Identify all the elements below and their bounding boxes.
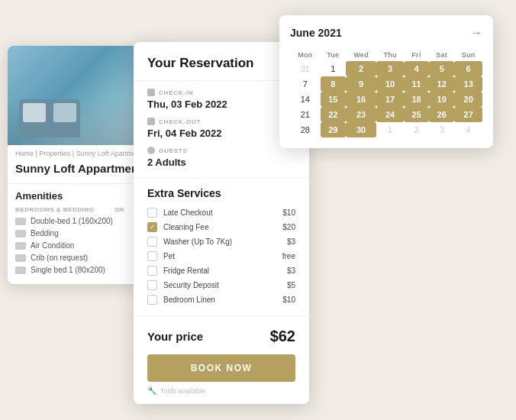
calendar-week-row: 21222324252627 bbox=[290, 107, 482, 122]
calendar-day-cell[interactable]: 30 bbox=[346, 122, 376, 137]
calendar-day-cell[interactable]: 8 bbox=[321, 76, 346, 92]
calendar-day-cell[interactable]: 3 bbox=[376, 61, 404, 76]
calendar-day-cell[interactable]: 7 bbox=[290, 76, 321, 92]
calendar-day-header: Tue bbox=[321, 49, 346, 61]
calendar-icon bbox=[147, 118, 155, 125]
tools-text: Tools available bbox=[160, 387, 205, 395]
service-checkbox[interactable] bbox=[147, 222, 157, 232]
calendar-week-row: 31123456 bbox=[290, 61, 482, 76]
service-name: Security Deposit bbox=[163, 281, 281, 289]
calendar-day-cell[interactable]: 20 bbox=[454, 92, 482, 107]
calendar-day-header: Wed bbox=[346, 49, 376, 61]
calendar-day-cell[interactable]: 13 bbox=[454, 76, 482, 92]
crib-icon bbox=[15, 254, 26, 262]
calendar-day-cell[interactable]: 23 bbox=[346, 107, 376, 122]
calendar-day-cell[interactable]: 24 bbox=[376, 107, 404, 122]
single-bed-icon bbox=[15, 267, 26, 274]
bedding-icon bbox=[15, 230, 26, 237]
calendar-day-header: Sat bbox=[429, 49, 454, 61]
calendar-day-cell[interactable]: 14 bbox=[290, 92, 321, 107]
services-list: Late Checkout$10Cleaning Fee$20Washer (U… bbox=[134, 205, 309, 307]
calendar-day-cell[interactable]: 4 bbox=[454, 122, 482, 137]
calendar-day-cell[interactable]: 12 bbox=[429, 76, 454, 92]
calendar-day-cell[interactable]: 15 bbox=[321, 92, 346, 107]
price-row: Your price $62 bbox=[134, 317, 309, 351]
calendar-day-cell[interactable]: 1 bbox=[321, 61, 346, 76]
tools-row: 🔧 Tools available bbox=[134, 382, 309, 395]
service-name: Washer (Up To 7Kg) bbox=[163, 237, 281, 246]
calendar-next-button[interactable]: → bbox=[470, 26, 482, 40]
service-name: Fridge Rental bbox=[163, 267, 281, 275]
calendar-day-cell[interactable]: 27 bbox=[454, 107, 482, 122]
calendar-grid: MonTueWedThuFriSatSun 311234567891011121… bbox=[290, 49, 482, 137]
calendar-day-cell[interactable]: 25 bbox=[404, 107, 429, 122]
calendar-day-cell[interactable]: 21 bbox=[290, 107, 321, 122]
wrench-icon: 🔧 bbox=[147, 386, 156, 395]
price-value: $62 bbox=[270, 328, 295, 345]
checkin-label: CHECK-IN bbox=[147, 89, 295, 96]
calendar-panel: June 2021 → MonTueWedThuFriSatSun 311234… bbox=[279, 15, 493, 148]
service-name: Bedroom Linen bbox=[163, 296, 276, 304]
service-row: Fridge Rental$3 bbox=[134, 263, 309, 278]
calendar-title: June 2021 bbox=[290, 27, 342, 39]
bed-icon bbox=[15, 218, 26, 225]
service-checkbox[interactable] bbox=[147, 237, 157, 247]
calendar-day-cell[interactable]: 11 bbox=[404, 76, 429, 92]
calendar-day-cell[interactable]: 2 bbox=[346, 61, 376, 76]
calendar-day-cell[interactable]: 6 bbox=[454, 61, 482, 76]
calendar-days-header: MonTueWedThuFriSatSun bbox=[290, 49, 482, 61]
calendar-day-header: Fri bbox=[404, 49, 429, 61]
calendar-icon bbox=[147, 89, 155, 96]
calendar-day-cell[interactable]: 4 bbox=[404, 61, 429, 76]
book-now-button[interactable]: BOOK NOW bbox=[147, 354, 295, 382]
calendar-day-cell[interactable]: 2 bbox=[404, 122, 429, 137]
reservation-title: Your Reservation bbox=[147, 56, 295, 71]
service-row: Petfree bbox=[134, 249, 309, 263]
calendar-week-row: 2829301234 bbox=[290, 122, 482, 137]
price-label: Your price bbox=[147, 330, 203, 343]
calendar-day-cell[interactable]: 3 bbox=[429, 122, 454, 137]
calendar-day-cell[interactable]: 19 bbox=[429, 92, 454, 107]
service-checkbox[interactable] bbox=[147, 251, 157, 261]
calendar-day-cell[interactable]: 16 bbox=[346, 92, 376, 107]
calendar-day-cell[interactable]: 26 bbox=[429, 107, 454, 122]
service-row: Security Deposit$5 bbox=[134, 278, 309, 292]
service-name: Pet bbox=[163, 252, 276, 260]
service-row: Late Checkout$10 bbox=[134, 205, 309, 220]
service-row: Washer (Up To 7Kg)$3 bbox=[134, 234, 309, 249]
service-checkbox[interactable] bbox=[147, 208, 157, 218]
service-name: Late Checkout bbox=[163, 208, 276, 217]
calendar-day-header: Mon bbox=[290, 49, 321, 61]
service-row: Bedroom Linen$10 bbox=[134, 292, 309, 307]
checkout-value: Fri, 04 Feb 2022 bbox=[147, 128, 295, 139]
service-checkbox[interactable] bbox=[147, 295, 157, 305]
calendar-day-header: Sun bbox=[454, 49, 482, 61]
calendar-header: June 2021 → bbox=[290, 26, 482, 40]
calendar-day-cell[interactable]: 22 bbox=[321, 107, 346, 122]
service-price: $10 bbox=[282, 296, 295, 304]
calendar-body: 3112345678910111213141516171819202122232… bbox=[290, 61, 482, 137]
service-row: Cleaning Fee$20 bbox=[134, 220, 309, 234]
service-price: $5 bbox=[287, 281, 295, 289]
calendar-day-cell[interactable]: 28 bbox=[290, 122, 321, 137]
guests-value: 2 Adults bbox=[147, 157, 295, 168]
calendar-day-cell[interactable]: 31 bbox=[290, 61, 321, 76]
calendar-day-cell[interactable]: 5 bbox=[429, 61, 454, 76]
calendar-day-cell[interactable]: 9 bbox=[346, 76, 376, 92]
service-checkbox[interactable] bbox=[147, 280, 157, 290]
calendar-day-cell[interactable]: 1 bbox=[376, 122, 404, 137]
calendar-day-cell[interactable]: 29 bbox=[321, 122, 346, 137]
guests-label: GUESTS bbox=[147, 147, 295, 154]
calendar-day-cell[interactable]: 18 bbox=[404, 92, 429, 107]
ac-icon bbox=[15, 242, 26, 250]
guests-icon bbox=[147, 147, 155, 154]
extra-services-title: Extra Services bbox=[134, 178, 309, 205]
calendar-day-cell[interactable]: 17 bbox=[376, 92, 404, 107]
service-price: $3 bbox=[287, 237, 295, 246]
calendar-week-row: 78910111213 bbox=[290, 76, 482, 92]
checkout-label: CHECK-OUT bbox=[147, 118, 295, 125]
service-checkbox[interactable] bbox=[147, 266, 157, 276]
service-name: Cleaning Fee bbox=[163, 223, 276, 231]
calendar-week-row: 14151617181920 bbox=[290, 92, 482, 107]
calendar-day-cell[interactable]: 10 bbox=[376, 76, 404, 92]
